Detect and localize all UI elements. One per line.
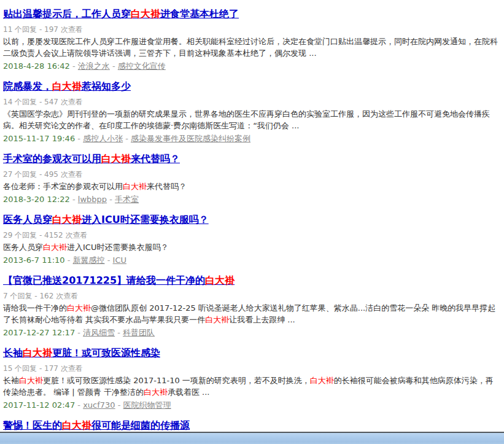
- result-title-link[interactable]: 长袖白大褂更脏！或可致医源性感染: [3, 347, 160, 359]
- result-snippet: 以前，屡屡发现医院工作人员穿工作服进食堂用餐。相关职能科室经过讨论后，决定在食堂…: [3, 36, 499, 59]
- result-author-link[interactable]: 沧浪之水: [78, 61, 110, 71]
- text-segment[interactable]: 进入ICU时还需要换衣服吗？: [82, 214, 209, 225]
- separator: -: [105, 255, 113, 265]
- separator: -: [65, 255, 73, 265]
- search-result: 医务人员穿白大褂进入ICU时还需要换衣服吗？ 29 个回复 - 4152 次查看…: [3, 214, 499, 265]
- result-title-link[interactable]: 贴出温馨提示后，工作人员穿白大褂进食堂基本杜绝了: [3, 8, 239, 20]
- result-footer: 2018-4-28 16:42 - 沧浪之水 - 感控文化宣传: [3, 61, 499, 71]
- text-segment: 进入ICU时还需要换衣服吗？: [67, 243, 168, 252]
- result-title: 警惕！医生的白大褂很可能是细菌的传播源: [3, 419, 499, 432]
- result-title: 贴出温馨提示后，工作人员穿白大褂进食堂基本杜绝了: [3, 8, 499, 20]
- result-title: 院感暴发，白大褂惹祸知多少: [3, 80, 499, 93]
- highlight-keyword[interactable]: 白大褂: [101, 153, 131, 165]
- highlight-keyword[interactable]: 白大褂: [205, 275, 235, 286]
- result-date: 2018-4-28 16:42: [3, 61, 70, 71]
- separator: -: [115, 400, 123, 410]
- result-author-link[interactable]: 新翼感控: [73, 255, 105, 265]
- text-segment[interactable]: 来代替吗？: [131, 153, 180, 165]
- text-segment[interactable]: 很可能是细菌的传播源: [91, 419, 190, 431]
- separator: -: [70, 195, 78, 204]
- result-meta: 29 个回复 - 4152 次查看: [3, 231, 499, 240]
- highlight-keyword[interactable]: 白大褂: [62, 419, 91, 431]
- result-title-link[interactable]: 院感暴发，白大褂惹祸知多少: [3, 80, 131, 92]
- result-forum-link[interactable]: 感染暴发事件及医院感染纠纷案例: [131, 134, 250, 143]
- result-forum-link[interactable]: 感控文化宣传: [118, 61, 166, 71]
- search-result: 【官微已推送20171225】请给我一件干净的白大褂 7 个回复 - 162 次…: [3, 275, 499, 338]
- result-footer: 2013-6-7 11:10 - 新翼感控 - ICU: [3, 255, 499, 265]
- search-result: 长袖白大褂更脏！或可致医源性感染 15 个回复 - 177 次查看 长袖白大褂更…: [3, 347, 499, 410]
- text-segment[interactable]: 更脏！或可致医源性感染: [52, 347, 160, 359]
- text-segment[interactable]: 进食堂基本杜绝了: [160, 8, 239, 20]
- highlight-keyword: 白大褂: [67, 303, 91, 313]
- result-title-link[interactable]: 警惕！医生的白大褂很可能是细菌的传播源: [3, 419, 190, 431]
- text-segment[interactable]: 惹祸知多少: [82, 80, 131, 92]
- result-title: 长袖白大褂更脏！或可致医源性感染: [3, 347, 499, 359]
- result-footer: 2018-3-20 12:22 - lwbbpp - 手术室: [3, 194, 499, 204]
- separator: -: [107, 195, 115, 204]
- text-segment: 《英国医学杂志》周刊刊登的一项新的研究成果显示，世界各地的医生不应再穿白色的实验…: [3, 109, 490, 130]
- highlight-keyword: 白大褂: [19, 376, 43, 385]
- highlight-keyword[interactable]: 白大褂: [23, 347, 52, 359]
- result-date: 2017-11-12 02:47: [3, 400, 75, 410]
- text-segment[interactable]: 手术室的参观衣可以用: [3, 153, 101, 165]
- text-segment[interactable]: 警惕！医生的: [3, 419, 62, 431]
- highlight-keyword: 白大褂: [205, 315, 229, 324]
- result-snippet: 医务人员穿白大褂进入ICU时还需要换衣服吗？: [3, 241, 499, 253]
- search-result: 警惕！医生的白大褂很可能是细菌的传播源: [3, 419, 499, 432]
- result-author-link[interactable]: xucf730: [83, 400, 115, 410]
- result-author-link[interactable]: lwbbpp: [78, 195, 107, 204]
- result-footer: 2017-11-12 02:47 - xucf730 - 医院织物管理: [3, 400, 499, 410]
- text-segment[interactable]: 医务人员穿: [3, 214, 52, 225]
- text-segment: 承载着医 ...: [168, 388, 210, 397]
- result-forum-link[interactable]: 手术室: [115, 195, 139, 204]
- result-snippet: 《英国医学杂志》周刊刊登的一项新的研究成果显示，世界各地的医生不应再穿白色的实验…: [3, 108, 499, 131]
- separator: -: [115, 328, 123, 337]
- text-segment: 以前，屡屡发现医院工作人员穿工作服进食堂用餐。相关职能科室经过讨论后，决定在食堂…: [3, 37, 498, 58]
- text-segment[interactable]: 长袖: [3, 347, 23, 359]
- result-meta: 15 个回复 - 177 次查看: [3, 364, 499, 373]
- result-author-link[interactable]: 感控人小张: [83, 134, 123, 143]
- result-meta: 11 个回复 - 197 次查看: [3, 25, 499, 34]
- search-result: 贴出温馨提示后，工作人员穿白大褂进食堂基本杜绝了 11 个回复 - 197 次查…: [3, 8, 499, 71]
- highlight-keyword[interactable]: 白大褂: [52, 214, 82, 225]
- separator: -: [70, 61, 78, 71]
- result-title-link[interactable]: 手术室的参观衣可以用白大褂来代替吗？: [3, 153, 180, 165]
- search-results: 贴出温馨提示后，工作人员穿白大褂进食堂基本杜绝了 11 个回复 - 197 次查…: [0, 0, 504, 432]
- search-result: 院感暴发，白大褂惹祸知多少 14 个回复 - 547 次查看 《英国医学杂志》周…: [3, 80, 499, 144]
- result-snippet: 各位老师：手术室的参观衣可以用白大褂来代替吗？: [3, 181, 499, 192]
- separator: -: [110, 61, 118, 71]
- text-segment: 各位老师：手术室的参观衣可以用: [3, 182, 123, 191]
- highlight-keyword: 白大褂: [123, 182, 147, 191]
- result-title: 医务人员穿白大褂进入ICU时还需要换衣服吗？: [3, 214, 499, 226]
- separator: -: [75, 400, 83, 410]
- result-forum-link[interactable]: 科普团队: [123, 328, 155, 337]
- text-segment[interactable]: 院感暴发，: [3, 80, 52, 92]
- result-snippet: 请给我一件干净的白大褂@微信团队原创 2017-12-25 听说圣诞老人给大家送…: [3, 302, 499, 325]
- result-meta: 14 个回复 - 547 次查看: [3, 98, 499, 106]
- text-segment: 医务人员穿: [3, 243, 43, 252]
- result-author-link[interactable]: 清风细雪: [83, 328, 115, 337]
- highlight-keyword: 白大褂: [144, 388, 168, 397]
- text-segment: 让我看上去跟绅 ...: [229, 315, 295, 324]
- result-date: 2015-11-17 19:46: [3, 134, 75, 143]
- highlight-keyword[interactable]: 白大褂: [52, 80, 82, 92]
- result-forum-link[interactable]: 医院织物管理: [123, 400, 171, 410]
- result-date: 2017-12-27 12:17: [3, 328, 75, 337]
- highlight-keyword: 白大褂: [310, 376, 334, 385]
- result-snippet: 长袖白大褂更脏！或可致医源性感染 2017-11-10 一项新的研究表明，若不及…: [3, 375, 499, 398]
- result-meta: 7 个回复 - 162 次查看: [3, 292, 499, 300]
- highlight-keyword[interactable]: 白大褂: [131, 8, 160, 20]
- separator: -: [75, 328, 83, 337]
- result-title-link[interactable]: 医务人员穿白大褂进入ICU时还需要换衣服吗？: [3, 214, 209, 225]
- text-segment: 长袖: [3, 376, 19, 385]
- result-forum-link[interactable]: ICU: [113, 255, 126, 265]
- result-title: 手术室的参观衣可以用白大褂来代替吗？: [3, 153, 499, 165]
- result-footer: 2015-11-17 19:46 - 感控人小张 - 感染暴发事件及医院感染纠纷…: [3, 133, 499, 144]
- result-date: 2018-3-20 12:22: [3, 195, 70, 204]
- result-title-link[interactable]: 【官微已推送20171225】请给我一件干净的白大褂: [3, 275, 235, 286]
- separator: -: [75, 134, 83, 143]
- search-result: 手术室的参观衣可以用白大褂来代替吗？ 27 个回复 - 495 次查看 各位老师…: [3, 153, 499, 204]
- result-footer: 2017-12-27 12:17 - 清风细雪 - 科普团队: [3, 327, 499, 338]
- text-segment[interactable]: 【官微已推送20171225】请给我一件干净的: [3, 275, 205, 286]
- text-segment[interactable]: 贴出温馨提示后，工作人员穿: [3, 8, 131, 20]
